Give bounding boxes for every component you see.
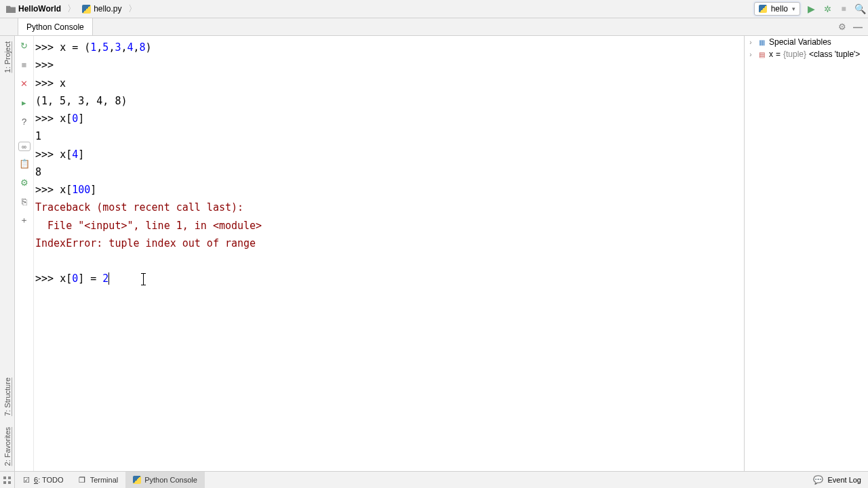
bottom-tab-terminal[interactable]: ❐ Terminal — [71, 472, 126, 488]
breadcrumb-project[interactable]: HelloWorld — [3, 3, 64, 15]
tuple-icon: ▤ — [757, 49, 766, 59]
breadcrumb-file-label: hello.py — [94, 4, 121, 14]
chevron-right-icon: 〉 — [66, 3, 77, 15]
console-output: (1, 5, 3, 4, 8) — [35, 92, 743, 110]
browse-history-button[interactable]: ⎘ — [18, 195, 31, 208]
variables-panel: › ▦ Special Variables › ▤ x = {tuple} <c… — [744, 36, 868, 471]
soft-wrap-button[interactable]: ∞ — [18, 142, 31, 151]
chevron-right-icon[interactable]: › — [747, 51, 754, 58]
traceback-line: File "<input>", line 1, in <module> — [35, 217, 743, 235]
variable-type: {tuple} — [783, 49, 806, 59]
prompt: >>> — [35, 41, 60, 54]
special-vars-icon: ▦ — [757, 37, 766, 47]
run-button[interactable]: ▶ — [806, 3, 816, 14]
search-everywhere-button[interactable]: 🔍 — [854, 3, 865, 14]
bottom-tool-tabs: ☑ 6: TODO ❐ Terminal Python Console — [15, 472, 205, 488]
bottom-left-toggle[interactable] — [0, 472, 15, 488]
main-content: 1: Project 7: Structure 2: Favorites ↻ ■… — [0, 36, 868, 471]
prompt: >>> — [35, 56, 743, 74]
python-console-output[interactable]: >>> x = (1,5,3,4,8)>>> >>> x(1, 5, 3, 4,… — [34, 36, 744, 471]
tab-label: Python Console — [26, 22, 84, 32]
python-icon — [132, 476, 141, 485]
execute-button[interactable]: ▸ — [18, 96, 31, 109]
help-button[interactable]: ? — [18, 115, 31, 128]
top-navigation-bar: HelloWorld 〉 hello.py 〉 hello ▾ ▶ ✲ ■ 🔍 — [0, 0, 868, 18]
stop-console-button[interactable]: ■ — [18, 58, 31, 71]
chevron-right-icon[interactable]: › — [747, 39, 754, 46]
traceback-line: IndexError: tuple index out of range — [35, 235, 743, 252]
python-file-icon — [82, 5, 91, 14]
sidebar-item-structure[interactable]: 7: Structure — [3, 372, 12, 422]
variable-x[interactable]: › ▤ x = {tuple} <class 'tuple'> — [745, 48, 868, 60]
console-input-cursor[interactable]: 2 — [102, 272, 109, 285]
bottom-tab-label: Python Console — [144, 476, 197, 484]
tool-tab-left-strip — [0, 18, 18, 35]
close-button[interactable]: ✕ — [18, 77, 31, 90]
show-variables-button[interactable]: ⚙ — [18, 176, 31, 189]
sidebar-item-favorites[interactable]: 2: Favorites — [3, 422, 12, 471]
console-line: >>> x — [35, 75, 743, 92]
console-output: 8 — [35, 163, 743, 181]
todo-icon: ☑ — [22, 476, 31, 485]
variable-name: x — [769, 49, 773, 59]
run-config-label: hello — [771, 4, 788, 14]
gear-icon[interactable]: ⚙ — [838, 22, 846, 32]
bottom-right: 💬 Event Log — [813, 475, 868, 485]
minimize-icon[interactable]: — — [853, 22, 863, 33]
bottom-tab-todo[interactable]: ☑ 6: TODO — [15, 472, 71, 488]
traceback-line: Traceback (most recent call last): — [35, 199, 743, 216]
chevron-down-icon: ▾ — [792, 5, 795, 12]
bottom-tab-python-console[interactable]: Python Console — [125, 472, 205, 488]
bottom-tab-label: 6: TODO — [34, 476, 64, 484]
chevron-right-icon: 〉 — [127, 3, 138, 15]
tool-windows-icon — [3, 476, 11, 484]
folder-icon — [6, 5, 16, 13]
breadcrumb-project-label: HelloWorld — [18, 4, 61, 14]
new-console-button[interactable]: ＋ — [18, 214, 31, 227]
python-icon — [759, 5, 767, 13]
event-log-icon: 💬 — [813, 475, 823, 485]
scroll-to-end-button[interactable]: 📋 — [18, 157, 31, 170]
debug-button[interactable]: ✲ — [822, 3, 833, 14]
rerun-button[interactable]: ↻ — [18, 39, 31, 52]
event-log-button[interactable]: Event Log — [827, 476, 861, 484]
bottom-status-bar: ☑ 6: TODO ❐ Terminal Python Console 💬 Ev… — [0, 471, 868, 488]
tab-python-console[interactable]: Python Console — [18, 18, 93, 35]
tool-window-tab-bar: Python Console ⚙ — — [0, 18, 868, 36]
terminal-icon: ❐ — [78, 476, 87, 485]
top-toolbar-right: hello ▾ ▶ ✲ ■ 🔍 — [754, 2, 865, 16]
console-output: 1 — [35, 127, 743, 145]
variables-special[interactable]: › ▦ Special Variables — [745, 36, 868, 48]
sidebar-item-project[interactable]: 1: Project — [3, 36, 12, 78]
breadcrumb-file[interactable]: hello.py — [79, 3, 125, 15]
console-toolbar: ↻ ■ ✕ ▸ ? ∞ 📋 ⚙ ⎘ ＋ — [15, 36, 34, 471]
variable-class: <class 'tuple'> — [809, 49, 860, 59]
bottom-tab-label: Terminal — [90, 476, 119, 484]
run-configuration-selector[interactable]: hello ▾ — [754, 2, 800, 16]
variables-special-label: Special Variables — [769, 37, 831, 47]
text-cursor-icon — [143, 273, 144, 285]
breadcrumb: HelloWorld 〉 hello.py 〉 — [3, 3, 754, 15]
stop-button: ■ — [838, 3, 849, 14]
left-tool-strip: 1: Project 7: Structure 2: Favorites — [0, 36, 15, 471]
